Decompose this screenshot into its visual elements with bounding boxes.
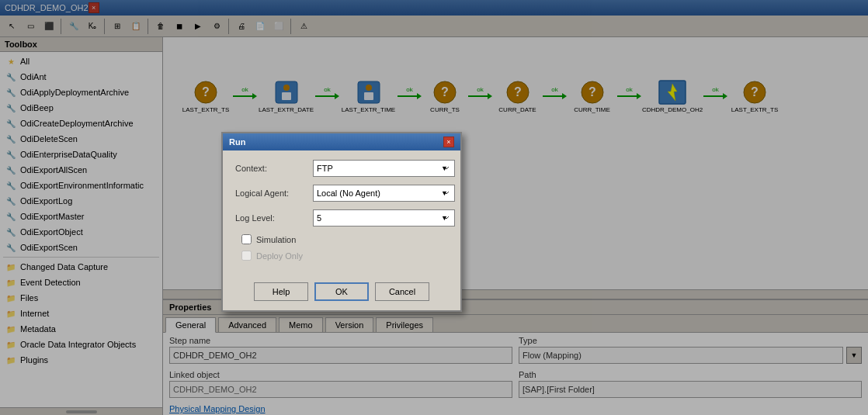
logicalagent-label: Logical Agent: — [235, 188, 313, 198]
run-dialog-footer: Help OK Cancel — [223, 276, 460, 310]
run-dialog: Run × Context: FTP Development Productio… — [221, 132, 462, 312]
run-dialog-title: Run — [229, 137, 245, 147]
context-label: Context: — [235, 164, 313, 173]
logicalagent-select[interactable]: Local (No Agent) — [313, 185, 455, 202]
cancel-button[interactable]: Cancel — [375, 282, 429, 301]
loglevel-select[interactable]: 1234 56 — [313, 209, 455, 227]
modal-overlay: Run × Context: FTP Development Productio… — [0, 0, 868, 415]
context-select[interactable]: FTP Development Production — [313, 160, 455, 177]
context-row: Context: FTP Development Production ▼ — [235, 160, 448, 177]
simulation-row: Simulation — [235, 234, 448, 244]
deployonly-row: Deploy Only — [235, 251, 448, 261]
run-dialog-close[interactable]: × — [443, 137, 454, 147]
simulation-checkbox[interactable] — [241, 234, 252, 244]
run-dialog-body: Context: FTP Development Production ▼ Lo… — [223, 150, 460, 276]
deployonly-label: Deploy Only — [256, 251, 303, 261]
simulation-label: Simulation — [256, 235, 296, 244]
logicalagent-row: Logical Agent: Local (No Agent) ▼ — [235, 185, 448, 202]
deployonly-checkbox[interactable] — [241, 251, 252, 261]
ok-button[interactable]: OK — [314, 282, 369, 301]
run-dialog-titlebar: Run × — [223, 133, 460, 150]
loglevel-row: Log Level: 1234 56 ▼ — [235, 209, 448, 227]
loglevel-label: Log Level: — [235, 213, 313, 223]
help-button[interactable]: Help — [254, 282, 308, 301]
